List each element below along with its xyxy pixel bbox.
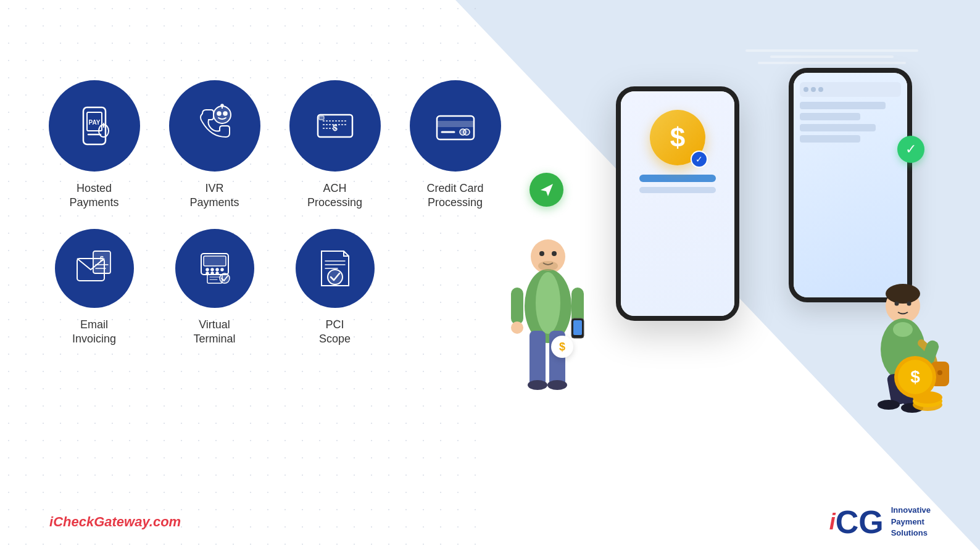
virtual-terminal-circle [175,229,254,308]
logo-tagline: Innovative Payment Solutions [891,505,931,539]
deco-circle [642,487,657,502]
deco-line-3 [669,492,706,497]
svg-rect-51 [511,288,523,325]
svg-point-63 [893,322,913,337]
svg-point-8 [223,112,227,115]
dollar-coin: $ ✓ [650,110,705,165]
terminal-icon [193,246,237,291]
website-url: iCheckGateway.com [49,514,181,530]
icg-logo-icon: i CG [829,506,884,538]
svg-point-43 [328,270,343,284]
svg-rect-17 [437,116,474,139]
logo-cg: CG [836,506,884,538]
svg-point-53 [511,321,523,334]
illustration-section: $ $ ✓ [492,49,961,432]
dollar-symbol: $ [670,122,685,153]
svg-rect-56 [573,320,582,335]
pci-scope-label: PCI Scope [319,318,351,347]
coin-icon: $ [894,355,937,399]
check-payment-icon: $ [310,101,360,151]
browser-line-4 [800,135,860,143]
credit-card-icon [431,101,480,151]
service-email-invoicing: $ Email Invoicing [49,229,139,347]
ivr-payments-circle [169,80,260,172]
svg-rect-16 [319,116,324,120]
svg-point-32 [221,268,223,271]
deco-line-2 [580,492,629,497]
dollar-float: $ [551,336,573,358]
browser-dot-1 [804,87,808,92]
browser-screen [794,73,907,297]
logo-i: i [829,509,836,535]
hosted-payments-circle: PAY [49,80,140,172]
phone-button [639,175,715,182]
svg-point-30 [211,268,214,271]
svg-point-59 [538,261,558,271]
ach-processing-label: ACH Processing [307,181,362,210]
email-invoice-icon: $ [72,246,117,291]
footer: iCheckGateway.com i CG Innovative Paymen… [0,505,980,539]
svg-rect-28 [204,256,226,266]
svg-rect-18 [437,121,474,127]
svg-point-21 [463,129,470,135]
logo-text-line3: Solutions [891,528,931,539]
browser-dot-3 [818,87,823,92]
svg-point-57 [539,251,544,256]
send-arrow-bubble [529,173,563,207]
svg-point-61 [886,284,920,304]
svg-point-7 [217,112,221,115]
background-phone [789,68,912,302]
service-ach-processing: $ ACH Processing [290,80,380,210]
url-main: CheckGateway.com [53,514,181,529]
hosted-payments-label: Hosted Payments [69,181,118,210]
svg-point-58 [552,251,557,256]
svg-point-74 [937,370,942,375]
svg-point-50 [547,380,567,390]
credit-card-circle [410,80,501,172]
svg-point-49 [528,380,547,390]
svg-point-66 [878,400,900,410]
mobile-pay-icon: PAY [70,101,119,151]
credit-card-label: Credit Card Processing [426,181,483,210]
main-content: PAY Hosted Payments [0,0,980,551]
person-left-illustration [505,232,591,405]
svg-point-29 [206,268,209,271]
illustration-container: $ $ ✓ [492,49,961,432]
service-hosted-payments: PAY Hosted Payments [49,80,139,210]
phone-screen: $ ✓ [621,91,734,316]
person-left [505,232,591,407]
ivr-payments-label: IVR Payments [189,181,239,210]
phone-field [639,187,715,193]
pci-document-icon [313,246,357,291]
services-row-1: PAY Hosted Payments [49,80,494,210]
services-section: PAY Hosted Payments [49,80,494,365]
main-phone: $ ✓ [616,86,739,321]
service-pci-scope: PCI Scope [290,229,380,347]
service-ivr-payments: IVR Payments [170,80,259,210]
svg-text:$: $ [99,255,103,262]
svg-point-6 [214,106,231,123]
email-invoicing-circle: $ [55,229,134,308]
bottom-decorative [469,487,980,502]
services-row-2: $ Email Invoicing [49,229,494,347]
check-right-badge: ✓ [897,136,924,163]
virtual-terminal-label: Virtual Terminal [193,318,235,347]
svg-point-46 [536,272,560,334]
icg-logo: i CG Innovative Payment Solutions [829,505,931,539]
svg-text:PAY: PAY [88,119,100,126]
svg-point-76 [907,302,911,306]
browser-address-bar [800,82,901,97]
logo-text-line2: Payment [891,516,931,528]
service-credit-card: Credit Card Processing [410,80,500,210]
email-invoicing-label: Email Invoicing [72,318,116,347]
svg-point-75 [895,302,899,306]
svg-text:$: $ [333,123,338,133]
send-icon [538,181,555,199]
svg-point-31 [216,268,218,271]
browser-line-2 [800,113,860,120]
deco-line-1 [494,492,568,497]
svg-text:$: $ [910,367,920,386]
check-badge: ✓ [691,151,708,168]
svg-rect-47 [529,331,546,386]
logo-text-line1: Innovative [891,505,931,516]
